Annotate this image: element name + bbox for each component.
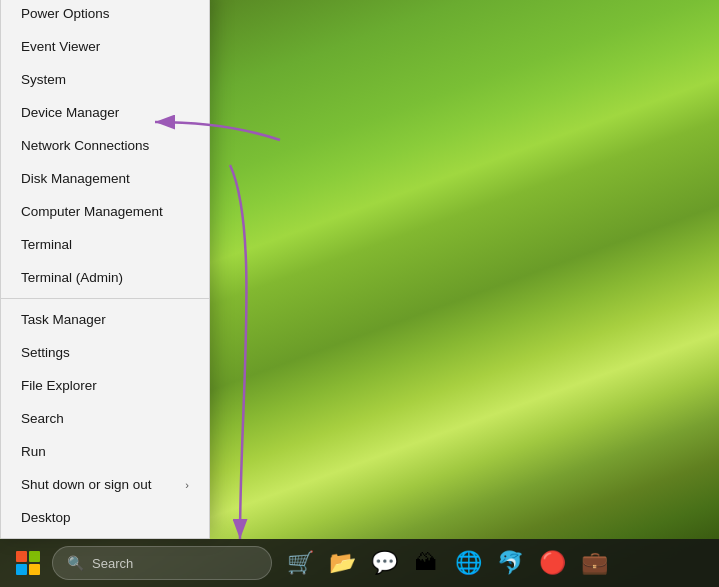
taskbar-icon-teams[interactable]: 💬 [364, 543, 404, 583]
taskbar-icon-mysql[interactable]: 🐬 [490, 543, 530, 583]
menu-item-network-connections[interactable]: Network Connections [1, 129, 209, 162]
menu-item-device-manager[interactable]: Device Manager [1, 96, 209, 129]
menu-item-label-run: Run [21, 444, 46, 459]
menu-item-label-system: System [21, 72, 66, 87]
taskbar-icon-chrome[interactable]: 🔴 [532, 543, 572, 583]
search-bar-label: Search [92, 556, 133, 571]
search-icon: 🔍 [67, 555, 84, 571]
menu-item-file-explorer[interactable]: File Explorer [1, 369, 209, 402]
menu-item-shut-down[interactable]: Shut down or sign out› [1, 468, 209, 501]
win-logo-pane-2 [29, 551, 40, 562]
taskbar-icons: 🛒📂💬🏔🌐🐬🔴💼 [280, 543, 614, 583]
win-logo-pane-3 [16, 564, 27, 575]
menu-item-label-power-options: Power Options [21, 6, 110, 21]
win-logo-pane-4 [29, 564, 40, 575]
menu-item-label-device-manager: Device Manager [21, 105, 119, 120]
menu-item-event-viewer[interactable]: Event Viewer [1, 30, 209, 63]
menu-item-settings[interactable]: Settings [1, 336, 209, 369]
menu-item-label-file-explorer: File Explorer [21, 378, 97, 393]
menu-item-label-search: Search [21, 411, 64, 426]
menu-item-label-settings: Settings [21, 345, 70, 360]
menu-item-label-terminal: Terminal [21, 237, 72, 252]
menu-item-search[interactable]: Search [1, 402, 209, 435]
menu-divider-after-terminal-admin [1, 298, 209, 299]
menu-item-run[interactable]: Run [1, 435, 209, 468]
taskbar: 🔍 Search 🛒📂💬🏔🌐🐬🔴💼 [0, 539, 719, 587]
menu-item-label-event-viewer: Event Viewer [21, 39, 100, 54]
context-menu: Power OptionsEvent ViewerSystemDevice Ma… [0, 0, 210, 539]
menu-item-label-desktop: Desktop [21, 510, 71, 525]
menu-item-label-network-connections: Network Connections [21, 138, 149, 153]
taskbar-search-bar[interactable]: 🔍 Search [52, 546, 272, 580]
menu-item-label-disk-management: Disk Management [21, 171, 130, 186]
menu-item-terminal[interactable]: Terminal [1, 228, 209, 261]
menu-item-terminal-admin[interactable]: Terminal (Admin) [1, 261, 209, 294]
win-logo-pane-1 [16, 551, 27, 562]
menu-item-desktop[interactable]: Desktop [1, 501, 209, 534]
taskbar-icon-slack[interactable]: 💼 [574, 543, 614, 583]
start-button[interactable] [8, 543, 48, 583]
menu-item-label-terminal-admin: Terminal (Admin) [21, 270, 123, 285]
taskbar-icon-edge[interactable]: 🌐 [448, 543, 488, 583]
menu-item-disk-management[interactable]: Disk Management [1, 162, 209, 195]
menu-item-computer-management[interactable]: Computer Management [1, 195, 209, 228]
menu-item-power-options[interactable]: Power Options [1, 0, 209, 30]
menu-item-label-computer-management: Computer Management [21, 204, 163, 219]
taskbar-icon-store[interactable]: 🛒 [280, 543, 320, 583]
menu-item-arrow-shut-down: › [185, 479, 189, 491]
windows-logo [16, 551, 40, 575]
menu-item-task-manager[interactable]: Task Manager [1, 303, 209, 336]
menu-item-label-shut-down: Shut down or sign out [21, 477, 152, 492]
menu-item-label-task-manager: Task Manager [21, 312, 106, 327]
taskbar-icon-photos[interactable]: 🏔 [406, 543, 446, 583]
taskbar-icon-explorer[interactable]: 📂 [322, 543, 362, 583]
menu-item-system[interactable]: System [1, 63, 209, 96]
